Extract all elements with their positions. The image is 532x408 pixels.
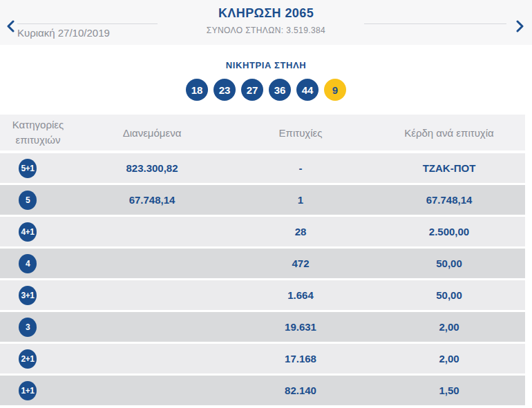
- total-columns-label: ΣΥΝΟΛΟ ΣΤΗΛΩΝ: 3.519.384: [128, 26, 404, 35]
- previous-draw-button[interactable]: [3, 19, 18, 35]
- prize-cell: 2.500,00: [373, 226, 525, 237]
- number-ball: 27: [241, 79, 263, 101]
- draw-date: Κυριακή 27/10/2019: [17, 27, 110, 39]
- table-row: 4+1 28 2.500,00: [0, 217, 525, 246]
- table-row: 3 19.631 2,00: [0, 312, 525, 342]
- prize-cell: 2,00: [373, 321, 525, 333]
- table-row: 2+1 17.168 2,00: [0, 344, 525, 373]
- winning-numbers: 18 23 27 36 44 9: [0, 79, 532, 101]
- table-row: 1+1 82.140 1,50: [0, 376, 525, 405]
- table-header: Κατηγορίες επιτυχιών Διανεμόμενα Επιτυχί…: [0, 115, 525, 150]
- distributed-cell: 67.748,14: [76, 194, 228, 206]
- results-table: Κατηγορίες επιτυχιών Διανεμόμενα Επιτυχί…: [0, 115, 525, 405]
- table-row: 3+1 1.664 50,00: [0, 280, 525, 310]
- winners-cell: 19.631: [228, 321, 373, 333]
- table-body: 5+1 823.300,82 - ΤΖΑΚ-ΠΟΤ 5 67.748,14 1 …: [0, 153, 525, 405]
- column-header-categories: Κατηγορίες επιτυχιών: [0, 117, 76, 148]
- number-ball: 36: [269, 79, 291, 101]
- next-draw-button[interactable]: [513, 19, 528, 35]
- category-badge: 2+1: [19, 349, 37, 369]
- prize-cell: ΤΖΑΚ-ΠΟΤ: [373, 162, 525, 174]
- chevron-left-icon: [6, 24, 15, 35]
- draw-results-page: Κυριακή 27/10/2019 ΚΛΗΡΩΣΗ 2065 ΣΥΝΟΛΟ Σ…: [0, 0, 532, 408]
- header-divider-right: [364, 23, 506, 24]
- winners-cell: 1.664: [228, 289, 373, 301]
- prize-cell: 1,50: [373, 385, 525, 396]
- distributed-cell: 823.300,82: [76, 162, 228, 174]
- category-badge: 3+1: [19, 286, 37, 305]
- number-ball: 18: [186, 79, 208, 101]
- winners-cell: 28: [228, 226, 373, 237]
- draw-navigation-header: Κυριακή 27/10/2019 ΚΛΗΡΩΣΗ 2065 ΣΥΝΟΛΟ Σ…: [0, 0, 532, 45]
- winners-cell: -: [228, 162, 373, 174]
- number-ball: 23: [213, 79, 236, 101]
- number-ball: 44: [296, 79, 319, 101]
- chevron-right-icon: [515, 24, 525, 35]
- category-badge: 3: [19, 318, 37, 337]
- winners-cell: 472: [228, 258, 373, 269]
- category-badge: 5: [19, 191, 37, 210]
- column-header-prize: Κέρδη ανά επιτυχία: [373, 127, 525, 139]
- draw-title-block: ΚΛΗΡΩΣΗ 2065 ΣΥΝΟΛΟ ΣΤΗΛΩΝ: 3.519.384: [128, 6, 404, 35]
- column-header-winners: Επιτυχίες: [228, 127, 373, 139]
- winning-column-section: ΝΙΚΗΤΡΙΑ ΣΤΗΛΗ 18 23 27 36 44 9: [0, 45, 532, 101]
- bonus-number-ball: 9: [324, 79, 346, 101]
- category-badge: 1+1: [19, 381, 37, 400]
- category-badge: 5+1: [19, 159, 37, 178]
- prize-cell: 50,00: [373, 289, 525, 301]
- table-row: 4 472 50,00: [0, 249, 525, 278]
- prize-cell: 2,00: [373, 353, 525, 365]
- winning-column-title: ΝΙΚΗΤΡΙΑ ΣΤΗΛΗ: [0, 60, 532, 70]
- column-header-distributed: Διανεμόμενα: [76, 127, 228, 139]
- winners-cell: 82.140: [228, 385, 373, 396]
- prize-cell: 50,00: [373, 258, 525, 269]
- table-row: 5 67.748,14 1 67.748,14: [0, 185, 525, 215]
- table-row: 5+1 823.300,82 - ΤΖΑΚ-ΠΟΤ: [0, 153, 525, 183]
- category-badge: 4+1: [19, 222, 37, 242]
- category-badge: 4: [19, 254, 37, 273]
- winners-cell: 17.168: [228, 353, 373, 365]
- winners-cell: 1: [228, 194, 373, 206]
- prize-cell: 67.748,14: [373, 194, 525, 206]
- draw-title: ΚΛΗΡΩΣΗ 2065: [128, 6, 404, 21]
